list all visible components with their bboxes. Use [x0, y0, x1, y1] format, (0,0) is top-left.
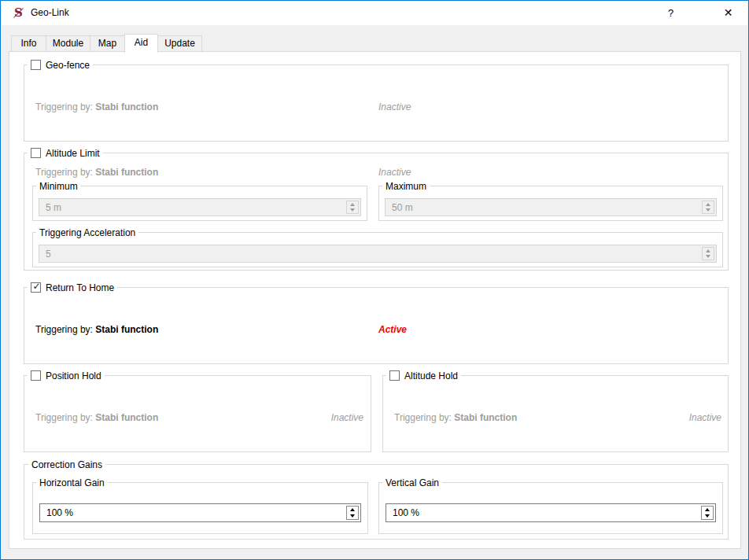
vertical-gain-spinbox[interactable]: 100 %	[386, 503, 716, 522]
triggering-by-value: Stabi function	[95, 101, 158, 112]
triggering-by-label: Triggering by:	[35, 101, 93, 112]
spinner-buttons	[702, 201, 714, 214]
maximum-label: Maximum	[386, 181, 426, 192]
spinner-buttons[interactable]	[346, 506, 359, 520]
triggering-acceleration-value: 5	[46, 249, 51, 260]
spin-down-button[interactable]	[347, 513, 358, 519]
correction-gains-label: Correction Gains	[31, 459, 102, 470]
return-to-home-group: ✓ Return To Home Triggering by: Stabi fu…	[24, 287, 729, 364]
spin-down-button	[347, 208, 358, 214]
arrow-up-icon	[350, 203, 355, 206]
altitude-limit-label: Altitude Limit	[46, 148, 100, 159]
spin-up-button	[703, 201, 714, 208]
status-label: Active	[378, 324, 407, 335]
spin-up-button	[703, 248, 714, 254]
spin-up-button[interactable]	[347, 507, 358, 513]
triggering-by-label: Triggering by:	[35, 167, 93, 178]
geolink-dialog-window: S Geo-Link ? ✕ Info Module Map Aid Updat…	[0, 0, 749, 560]
arrow-down-icon	[350, 514, 355, 518]
spin-down-button	[703, 254, 714, 260]
triggering-by-value: Stabi function	[95, 167, 158, 178]
horizontal-gain-label: Horizontal Gain	[39, 477, 105, 488]
altitude-limit-group: Altitude Limit Triggering by: Stabi func…	[24, 153, 729, 271]
return-to-home-label: Return To Home	[46, 282, 114, 293]
horizontal-gain-spinbox[interactable]: 100 %	[39, 503, 361, 522]
tab-aid[interactable]: Aid	[124, 34, 158, 53]
arrow-up-icon	[706, 203, 710, 206]
checkmark-icon	[31, 147, 42, 157]
arrow-down-icon	[706, 255, 710, 258]
altitude-hold-label: Altitude Hold	[404, 370, 458, 381]
triggering-acceleration-label: Triggering Acceleration	[39, 227, 135, 238]
triggering-by-row: Triggering by: Stabi function	[35, 167, 158, 178]
arrow-up-icon	[706, 249, 710, 252]
minimum-spinbox: 5 m	[39, 198, 361, 216]
spin-up-button	[347, 201, 358, 208]
tab-update[interactable]: Update	[157, 35, 202, 51]
app-logo-icon: S	[12, 6, 25, 20]
triggering-by-label: Triggering by:	[35, 412, 93, 423]
window-title: Geo-Link	[31, 7, 69, 18]
status-label: Inactive	[378, 101, 411, 112]
maximum-subgroup: Maximum 50 m	[378, 186, 723, 221]
triggering-acceleration-subgroup: Triggering Acceleration 5	[32, 232, 723, 267]
spinner-buttons	[702, 247, 714, 260]
title-bar: S Geo-Link ? ✕	[2, 1, 747, 25]
minimum-value: 5 m	[46, 202, 61, 213]
return-to-home-checkbox[interactable]: ✓	[31, 282, 41, 293]
checkmark-icon: ✓	[31, 282, 42, 292]
triggering-acceleration-spinbox: 5	[39, 245, 717, 263]
status-label: Inactive	[331, 412, 363, 423]
maximum-value: 50 m	[392, 202, 413, 213]
position-hold-label: Position Hold	[46, 370, 101, 381]
arrow-up-icon	[705, 508, 710, 511]
vertical-gain-subgroup: Vertical Gain 100 %	[378, 482, 723, 534]
arrow-down-icon	[706, 208, 710, 212]
altitude-hold-checkbox[interactable]	[389, 370, 400, 381]
triggering-by-value: Stabi function	[95, 324, 158, 335]
minimum-subgroup: Minimum 5 m	[32, 186, 367, 221]
altitude-limit-checkbox[interactable]	[31, 148, 41, 158]
triggering-by-row: Triggering by: Stabi function	[35, 324, 158, 335]
altitude-hold-group: Altitude Hold Triggering by: Stabi funct…	[382, 375, 729, 452]
correction-gains-group: Correction Gains Horizontal Gain 100 %	[24, 464, 729, 540]
checkmark-icon	[31, 370, 42, 380]
geo-fence-group: Geo-fence Triggering by: Stabi function …	[24, 64, 729, 142]
triggering-by-value: Stabi function	[454, 412, 517, 423]
tab-info[interactable]: Info	[11, 35, 46, 51]
spin-up-button[interactable]	[702, 507, 713, 513]
triggering-by-label: Triggering by:	[35, 324, 93, 335]
triggering-by-row: Triggering by: Stabi function	[35, 412, 158, 423]
arrow-down-icon	[705, 514, 710, 518]
spin-down-button	[703, 208, 714, 214]
horizontal-gain-subgroup: Horizontal Gain 100 %	[32, 482, 368, 534]
geo-fence-checkbox[interactable]	[31, 60, 41, 70]
vertical-gain-label: Vertical Gain	[386, 477, 439, 488]
status-label: Inactive	[378, 167, 411, 178]
checkmark-icon	[31, 59, 42, 69]
vertical-gain-value: 100 %	[393, 507, 419, 518]
help-button[interactable]: ?	[653, 1, 688, 25]
tab-module[interactable]: Module	[46, 35, 90, 51]
spinner-buttons	[346, 201, 359, 214]
status-label: Inactive	[689, 412, 721, 423]
tab-map[interactable]: Map	[90, 35, 125, 51]
horizontal-gain-value: 100 %	[46, 507, 73, 518]
arrow-down-icon	[350, 208, 355, 212]
spinner-buttons[interactable]	[701, 506, 714, 520]
position-hold-group: Position Hold Triggering by: Stabi funct…	[24, 375, 371, 452]
spin-down-button[interactable]	[702, 513, 713, 519]
aid-tab-pane: Geo-fence Triggering by: Stabi function …	[9, 51, 741, 549]
checkmark-icon	[390, 370, 400, 380]
geo-fence-label: Geo-fence	[46, 60, 90, 71]
position-hold-checkbox[interactable]	[31, 370, 41, 381]
maximum-spinbox: 50 m	[385, 198, 717, 216]
triggering-by-row: Triggering by: Stabi function	[394, 412, 517, 423]
triggering-by-value: Stabi function	[95, 412, 158, 423]
arrow-up-icon	[350, 508, 355, 511]
triggering-by-label: Triggering by:	[394, 412, 452, 423]
close-button[interactable]: ✕	[710, 1, 746, 25]
triggering-by-row: Triggering by: Stabi function	[35, 101, 158, 112]
minimum-label: Minimum	[39, 181, 78, 192]
